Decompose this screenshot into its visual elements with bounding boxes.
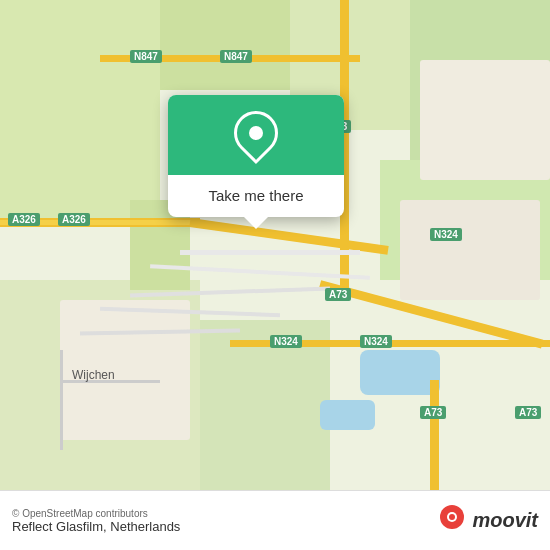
take-me-there-button[interactable]: Take me there <box>178 187 334 204</box>
local-road-v <box>60 350 63 450</box>
road-label-a326-1: A326 <box>58 213 90 226</box>
moovit-logo: moovit <box>438 504 538 538</box>
pin-inner <box>249 126 263 140</box>
road-label-n847-2: N847 <box>220 50 252 63</box>
moovit-pin-icon <box>438 504 466 538</box>
local-road <box>180 250 360 255</box>
green-field <box>0 0 160 220</box>
urban-area <box>400 200 540 300</box>
road-label-n847-1: N847 <box>130 50 162 63</box>
footer-left: © OpenStreetMap contributors Reflect Gla… <box>12 508 180 534</box>
popup-card: Take me there <box>168 95 344 217</box>
road-label-a326-2: A326 <box>8 213 40 226</box>
location-name-text: Reflect Glasfilm <box>12 519 103 534</box>
urban-area <box>420 60 550 180</box>
road-label-n324-1: N324 <box>270 335 302 348</box>
map-container[interactable]: N847 N847 A326 A326 A73 N324 A73 N324 N3… <box>0 0 550 490</box>
moovit-text: moovit <box>472 509 538 532</box>
road-label-a73-2: A73 <box>325 288 351 301</box>
popup-card-body: Take me there <box>168 175 344 217</box>
footer: © OpenStreetMap contributors Reflect Gla… <box>0 490 550 550</box>
city-label-wijchen: Wijchen <box>72 368 115 382</box>
road-a73-v2 <box>430 380 439 490</box>
water-body <box>360 350 440 395</box>
location-pin <box>225 102 287 164</box>
location-country-text: Netherlands <box>110 519 180 534</box>
copyright-text: © OpenStreetMap contributors <box>12 508 180 519</box>
water-body <box>320 400 375 430</box>
road-label-a73-3: A73 <box>420 406 446 419</box>
location-name: Reflect Glasfilm, Netherlands <box>12 519 180 534</box>
green-field <box>160 0 290 90</box>
road-label-n324-2: N324 <box>360 335 392 348</box>
road-label-a73-4: A73 <box>515 406 541 419</box>
svg-point-2 <box>449 514 455 520</box>
road-label-n324-right: N324 <box>430 228 462 241</box>
popup-card-header <box>168 95 344 175</box>
